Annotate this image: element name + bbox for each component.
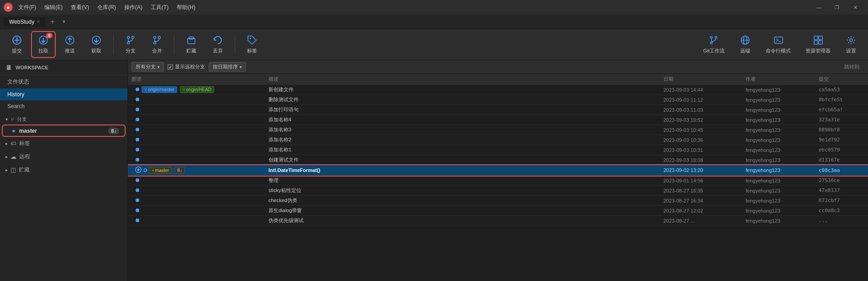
table-row[interactable]: 原生dialog弹窗2023-08-27 12:02fengyehong123·… bbox=[128, 206, 868, 216]
svg-point-31 bbox=[850, 39, 852, 42]
app-logo: ● bbox=[4, 3, 13, 12]
svg-point-39 bbox=[136, 158, 139, 161]
push-label: 推送 bbox=[65, 47, 75, 54]
cell-author: fengyehong123· bbox=[746, 87, 819, 93]
title-bar: ● 文件(F) 编辑(E) 查看(V) 仓库(R) 操作(A) 工具(T) 帮助… bbox=[0, 0, 868, 15]
toolbar-fetch-button[interactable]: 获取 bbox=[85, 32, 108, 57]
commit-dot bbox=[135, 188, 140, 193]
minimize-button[interactable]: — bbox=[810, 0, 828, 15]
table-row[interactable]: 添加名称22023-09-03 10:36fengyehong123·9e1d7… bbox=[128, 135, 868, 145]
sort-dropdown[interactable]: 按日期排序 ▾ bbox=[209, 62, 246, 72]
toolbar-gitflow-button[interactable]: Git工作流 bbox=[698, 32, 730, 57]
cell-author: fengyehong123· bbox=[746, 147, 819, 153]
svg-point-19 bbox=[715, 36, 717, 38]
table-row[interactable]: checked伪类2023-08-27 16:34fengyehong123·8… bbox=[128, 196, 868, 206]
sidebar-section-branches[interactable]: ▾ ⑂ 分支 bbox=[0, 112, 127, 125]
toolbar-stash-button[interactable]: 贮藏 bbox=[180, 32, 203, 57]
menu-help[interactable]: 帮助(H) bbox=[173, 2, 199, 13]
col-header-hash: 提交 bbox=[819, 76, 864, 83]
table-row[interactable]: ⑂ origin/master⑂ origin/HEAD新创建文件2023-09… bbox=[128, 85, 868, 95]
toolbar-pull-button[interactable]: 8 拉取 bbox=[32, 32, 55, 57]
svg-point-18 bbox=[710, 36, 712, 38]
table-row[interactable]: 创建测试文件2023-09-03 10:08fengyehong123·d131… bbox=[128, 155, 868, 165]
tab-label: WebStudy bbox=[9, 19, 34, 25]
toolbar-commit-button[interactable]: 提交 bbox=[5, 32, 28, 57]
toolbar-explorer-button[interactable]: 资源管理器 bbox=[800, 32, 836, 57]
cell-hash: ca5aa53 bbox=[819, 87, 864, 93]
merge-icon bbox=[152, 35, 163, 46]
table-header: 图谱 描述 日期 作者 提交 bbox=[128, 74, 868, 85]
table-row[interactable]: 删除测试文件2023-09-03 11:12fengyehong123·0bfc… bbox=[128, 95, 868, 105]
table-row[interactable]: 整理2023-09-01 14:56fengyehong123·27516ce bbox=[128, 176, 868, 186]
maximize-button[interactable]: ❐ bbox=[828, 0, 846, 15]
cell-date: 2023-08-27 16:35 bbox=[663, 188, 746, 193]
cell-author: fengyehong123· bbox=[746, 198, 819, 203]
toolbar-tag-button[interactable]: 标签 bbox=[241, 32, 263, 57]
toolbar-merge-button[interactable]: 合并 bbox=[146, 32, 168, 57]
sidebar-section-stash[interactable]: ▸ ◫ 贮藏 bbox=[0, 163, 127, 177]
toolbar-branch-button[interactable]: 分支 bbox=[119, 32, 142, 57]
cell-description: 创建测试文件 bbox=[268, 156, 663, 163]
menu-tools[interactable]: 工具(T) bbox=[147, 2, 172, 13]
branch-section-icon: ⑂ bbox=[11, 116, 14, 123]
cell-graph bbox=[132, 147, 268, 153]
cell-date: 2023-09-03 10:36 bbox=[663, 137, 746, 143]
cell-author: fengyehong123· bbox=[746, 157, 819, 163]
close-button[interactable]: ✕ bbox=[846, 0, 864, 15]
menu-action[interactable]: 操作(A) bbox=[121, 2, 146, 13]
branch-selector-chevron-icon: ▾ bbox=[158, 65, 160, 69]
table-row[interactable]: 添加名称12023-09-03 10:31fengyehong123·ebc05… bbox=[128, 145, 868, 155]
cell-graph bbox=[132, 97, 268, 103]
cell-date: 2023-09-03 10:08 bbox=[663, 157, 746, 163]
menu-view[interactable]: 查看(V) bbox=[67, 2, 93, 13]
table-row[interactable]: 添加名称42023-09-03 10:52fengyehong123·323a3… bbox=[128, 115, 868, 125]
tab-webstudy[interactable]: WebStudy × bbox=[4, 17, 45, 27]
menu-edit[interactable]: 编辑(E) bbox=[41, 2, 66, 13]
sidebar-branch-master[interactable]: ● master 8↓ bbox=[3, 125, 125, 136]
tab-add-button[interactable]: + bbox=[47, 16, 58, 27]
cell-description: 伪类优先级测试 bbox=[268, 217, 663, 224]
sidebar-section-tags[interactable]: ▸ 🏷 标签 bbox=[0, 137, 127, 150]
explorer-icon bbox=[813, 35, 824, 46]
master-branch-label: master bbox=[19, 128, 105, 134]
toolbar-discard-button[interactable]: 丢弃 bbox=[206, 32, 229, 57]
remote-section-label: 远程 bbox=[19, 153, 30, 161]
commit-dot bbox=[135, 137, 140, 143]
pull-badge: 8 bbox=[46, 33, 53, 38]
toolbar-push-button[interactable]: 推送 bbox=[58, 32, 81, 57]
sidebar-item-history[interactable]: History bbox=[0, 88, 127, 100]
cell-description: 添加名称2 bbox=[268, 136, 663, 143]
table-row[interactable]: sticky粘性定位2023-08-27 16:35fengyehong123·… bbox=[128, 186, 868, 196]
cell-date: 2023-09-02 13:20 bbox=[663, 167, 746, 173]
svg-point-42 bbox=[136, 178, 139, 182]
toolbar-terminal-button[interactable]: 命令行模式 bbox=[760, 32, 796, 57]
cell-date: 2023-09-03 10:31 bbox=[663, 147, 746, 153]
tab-dropdown-button[interactable]: ▼ bbox=[62, 19, 66, 24]
tags-section-label: 标签 bbox=[19, 140, 30, 147]
cell-hash: 872cbf7 bbox=[819, 198, 864, 203]
toolbar-settings-button[interactable]: 设置 bbox=[840, 32, 863, 57]
show-remote-checkbox[interactable]: ✓ 显示远程分支 bbox=[168, 63, 205, 70]
menu-file[interactable]: 文件(F) bbox=[15, 2, 40, 13]
tab-close-button[interactable]: × bbox=[37, 19, 40, 24]
sidebar-item-filestatus[interactable]: 文件状态 bbox=[0, 75, 127, 88]
table-row[interactable]: 添加打印语句2023-09-03 11:03fengyehong123·efcb… bbox=[128, 105, 868, 115]
cell-description: checked伪类 bbox=[268, 197, 663, 204]
table-row[interactable]: 添加名称32023-09-03 10:45fengyehong123·8890b… bbox=[128, 125, 868, 135]
gitflow-label: Git工作流 bbox=[703, 47, 725, 54]
branch-selector-dropdown[interactable]: 所有分支 ▾ bbox=[132, 62, 164, 72]
cell-hash: 0bfcfe5t bbox=[819, 97, 864, 103]
sidebar-item-search[interactable]: Search bbox=[0, 100, 127, 112]
table-row[interactable]: O⑂ master8↓Intl.DateTimeFormat()2023-09-… bbox=[128, 165, 868, 176]
tag-icon bbox=[247, 35, 258, 46]
menu-repo[interactable]: 仓库(R) bbox=[94, 2, 120, 13]
col-header-date: 日期 bbox=[663, 76, 746, 83]
main-area: 🖥 WORKSPACE 文件状态 History Search ▾ ⑂ 分支 ●… bbox=[0, 60, 868, 281]
svg-point-35 bbox=[136, 118, 139, 121]
cell-description: 整理 bbox=[268, 177, 663, 184]
table-row[interactable]: 伪类优先级测试2023-08-27 ...fengyehong123·... bbox=[128, 216, 868, 226]
cell-graph bbox=[132, 218, 268, 224]
sidebar-section-remote[interactable]: ▸ ☁ 远程 bbox=[0, 150, 127, 163]
branch-icon bbox=[125, 35, 136, 46]
toolbar-remote-button[interactable]: 远端 bbox=[734, 32, 757, 57]
